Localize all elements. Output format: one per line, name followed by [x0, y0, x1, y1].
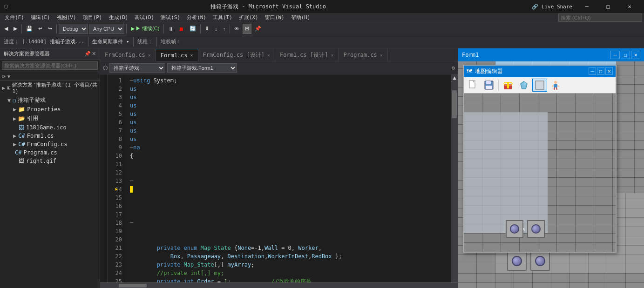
toolbar2-sep2	[133, 37, 134, 47]
menu-analyze[interactable]: 分析(N)	[184, 13, 209, 22]
tab-frmconfig-design[interactable]: FrmConfig.cs [设计] ✕	[198, 49, 275, 61]
menu-extensions[interactable]: 扩展(X)	[236, 13, 261, 22]
continue-button[interactable]: ▶ ▶ 继续(C)	[129, 24, 162, 34]
menu-test[interactable]: 测试(S)	[158, 13, 183, 22]
toolbar-save-btn[interactable]: 💾	[24, 24, 35, 34]
step-out-btn[interactable]: ↑	[221, 24, 228, 34]
code-lines[interactable]: ─ using System; us us us us us us us ─ n…	[126, 74, 451, 288]
tree-filter-btn[interactable]: ▼	[7, 74, 11, 79]
tab-program[interactable]: Program.cs ✕	[339, 49, 387, 61]
minimize-button[interactable]: ─	[576, 0, 597, 13]
menu-window[interactable]: 窗口(W)	[262, 13, 287, 22]
toolbar-sep-2	[56, 24, 57, 33]
properties-label: Properties	[27, 106, 61, 113]
class-combo[interactable]: 推箱子游戏.Form1	[167, 63, 237, 73]
svg-line-17	[556, 87, 557, 90]
menu-file[interactable]: 文件(F)	[2, 13, 27, 22]
tab-frmconfig[interactable]: FrmConfig.cs ✕	[100, 49, 156, 61]
menu-debug[interactable]: 调试(D)	[132, 13, 157, 22]
code-line-10: {	[130, 152, 447, 160]
tab-form1[interactable]: Form1.cs ✕	[156, 49, 198, 61]
collapse-18[interactable]: ─	[130, 219, 133, 227]
menu-edit[interactable]: 编辑(E)	[28, 13, 53, 22]
live-share-btn[interactable]: 🔗 Live Share	[528, 0, 576, 13]
tool-new-btn[interactable]	[466, 79, 481, 92]
debug-config-combo[interactable]: Debug	[59, 24, 88, 34]
tab-form1-design-close[interactable]: ✕	[331, 53, 333, 58]
window-controls: 🔗 Live Share ─ □ ✕	[528, 0, 640, 13]
lifecycle-btn[interactable]: 生命周期事件 ▾	[92, 38, 129, 45]
code-line-9: ─ na	[130, 143, 447, 152]
watch-btn[interactable]: 👁	[232, 24, 242, 34]
sidebar-item-gif[interactable]: 🖼 right.gif	[0, 157, 100, 165]
global-search-input[interactable]	[558, 13, 642, 22]
sidebar-item-frmconfig[interactable]: ▶ C# FrmConfig.cs	[0, 140, 100, 148]
tool-save-btn[interactable]	[481, 79, 496, 92]
hscroll-thumb[interactable]	[119, 284, 147, 288]
dialog-minimize-btn[interactable]: ─	[589, 67, 596, 75]
menu-help[interactable]: 帮助(H)	[288, 13, 313, 22]
form-close-btn[interactable]: ✕	[631, 51, 640, 59]
sidebar-pin-btn[interactable]: 📌	[84, 51, 91, 57]
code-line-15	[130, 194, 447, 202]
tab-bar: FrmConfig.cs ✕ Form1.cs ✕ FrmConfig.cs […	[100, 48, 458, 61]
close-button[interactable]: ✕	[619, 0, 640, 13]
tab-program-close[interactable]: ✕	[380, 53, 383, 58]
code-vscrollbar[interactable]: ▲ ▼	[451, 74, 458, 288]
tool-worker-btn[interactable]	[548, 79, 563, 92]
step-over-btn[interactable]: ⬇	[203, 24, 211, 34]
toolbar2-sep	[88, 37, 88, 47]
layout-btn[interactable]: ⊞	[243, 24, 251, 34]
pin-btn[interactable]: 📌	[252, 24, 264, 34]
namespace-combo[interactable]: 推箱子游戏	[109, 63, 165, 73]
project-node[interactable]: ▼ ◻ 推箱子游戏	[0, 95, 100, 105]
pause-btn[interactable]: ⏸	[166, 24, 176, 34]
tool-gem-btn[interactable]	[516, 79, 531, 92]
scroll-up-btn[interactable]: ▲	[451, 74, 458, 81]
menu-view[interactable]: 视图(V)	[54, 13, 79, 22]
tab-form1-design[interactable]: Form1.cs [设计] ✕	[275, 49, 339, 61]
sidebar-close-btn[interactable]: ✕	[92, 51, 96, 57]
menu-project[interactable]: 项目(P)	[80, 13, 105, 22]
dialog-canvas[interactable]: ↖	[464, 94, 616, 252]
sidebar-search-input[interactable]	[2, 61, 98, 70]
dialog-close-btn[interactable]: ✕	[605, 67, 613, 75]
toolbar-redo-btn[interactable]: ↪	[46, 24, 54, 34]
sidebar-item-refs[interactable]: ▶ 📂 引用	[0, 114, 100, 123]
form-maximize-btn[interactable]: □	[621, 51, 630, 59]
collapse-9[interactable]: ─	[130, 143, 133, 152]
sidebar-item-properties[interactable]: ▶ 📁 Properties	[0, 105, 100, 114]
dialog-maximize-btn[interactable]: □	[597, 67, 604, 75]
sidebar-item-ico[interactable]: 🖼 1381Game.ico	[0, 123, 100, 132]
tree-sync-btn[interactable]: ⟳	[2, 74, 6, 79]
restart-btn[interactable]: 🔄	[187, 24, 198, 34]
tab-frmconfig-design-close[interactable]: ✕	[267, 53, 270, 58]
toolbar-back-btn[interactable]: ◀	[2, 24, 10, 34]
tool-gift-btn[interactable]	[501, 79, 515, 92]
maximize-button[interactable]: □	[597, 0, 619, 13]
solution-node[interactable]: ▶ ⊞ 解决方案'推箱子游戏'(1 个项目/共 1)	[0, 80, 100, 95]
code-hscrollbar[interactable]	[100, 282, 458, 288]
toolbar-undo-btn[interactable]: ↩	[36, 24, 45, 34]
sidebar-item-form1[interactable]: ▶ C# Form1.cs	[0, 132, 100, 140]
toolbar-main: ◀ ▶ 💾 ↩ ↪ Debug Any CPU ▶ ▶ 继续(C) ⏸ ⏹ 🔄 …	[0, 22, 644, 35]
step-into-btn[interactable]: ↓	[212, 24, 220, 34]
menu-tools[interactable]: 工具(T)	[210, 13, 235, 22]
menu-build[interactable]: 生成(B)	[106, 13, 131, 22]
tab-form1-close[interactable]: ✕	[190, 53, 193, 58]
right-panel: Form1 ─ □ ✕	[458, 48, 644, 288]
collapse-13[interactable]: ─	[130, 177, 133, 185]
code-line-4: us	[130, 101, 447, 110]
stop-btn[interactable]: ⏹	[176, 24, 186, 34]
collapse-1[interactable]: ─	[130, 76, 133, 85]
form1-icon: C#	[18, 133, 25, 139]
toolbar-forward-btn[interactable]: ▶	[11, 24, 20, 34]
scroll-thumb[interactable]	[452, 90, 457, 118]
code-line-5: us	[130, 110, 447, 118]
scroll-track[interactable]	[451, 81, 458, 288]
tab-frmconfig-close[interactable]: ✕	[148, 53, 151, 58]
platform-combo[interactable]: Any CPU	[89, 24, 124, 34]
form-minimize-btn[interactable]: ─	[610, 51, 620, 59]
tool-floor-btn[interactable]	[532, 79, 547, 92]
sidebar-item-program[interactable]: C# Program.cs	[0, 148, 100, 157]
